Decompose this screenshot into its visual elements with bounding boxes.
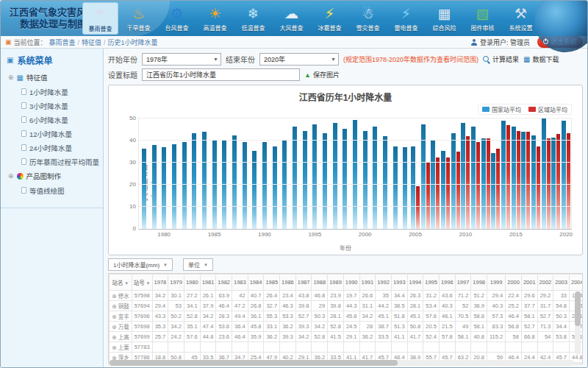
- calculate-button[interactable]: 计算结果: [483, 54, 519, 64]
- bar-group-1981: [169, 118, 179, 229]
- bar-group-2016: [521, 118, 531, 229]
- bar-group-2005: [410, 118, 420, 229]
- column-header-year[interactable]: 1986: [280, 275, 296, 291]
- tree-item-rain-12h[interactable]: 12小时降水量: [1, 127, 103, 141]
- x-axis-label: 年份: [109, 244, 582, 252]
- regional-bar: [466, 136, 470, 229]
- bar-group-2002: [380, 118, 390, 229]
- value-cell: 34.2: [295, 332, 312, 342]
- column-header-year[interactable]: 1997: [455, 275, 471, 291]
- national-bar: [243, 142, 247, 230]
- chevron-down-icon: ▼: [213, 57, 218, 62]
- value-cell: 40.7: [248, 291, 264, 301]
- toolbar-button-high-temp[interactable]: ☀高温普查: [197, 2, 233, 35]
- toolbar-button-gale[interactable]: ☁大风普查: [273, 2, 309, 35]
- element-filter-select[interactable]: 1小时降水量(mm)▼: [108, 258, 173, 271]
- column-header-year[interactable]: 1984: [248, 275, 264, 291]
- tree-item-rain-3h[interactable]: 3小时降水量: [1, 99, 103, 113]
- bar-group-1986: [219, 118, 229, 229]
- value-cell: 53.6: [216, 322, 232, 332]
- column-header-year[interactable]: 1992: [376, 275, 392, 291]
- column-header-year[interactable]: 1983: [232, 275, 248, 291]
- save-image-button[interactable]: ▲ 保存图片: [304, 70, 340, 79]
- column-header-year[interactable]: 1989: [328, 275, 344, 291]
- column-header-year[interactable]: 1979: [168, 275, 184, 291]
- column-header-year[interactable]: 1993: [391, 275, 407, 291]
- bar-group-2001: [370, 118, 380, 229]
- search-icon: [483, 56, 490, 63]
- toolbar-button-lightning[interactable]: ⚡雷电普查: [388, 2, 424, 35]
- value-cell: 37.7: [521, 301, 537, 311]
- legend-item[interactable]: 国家站平均: [482, 105, 521, 113]
- column-header-year[interactable]: 1978: [152, 275, 168, 291]
- tree-item-contour-map[interactable]: 等值线绘图: [1, 183, 103, 197]
- column-header-year[interactable]: 1980: [184, 275, 200, 291]
- column-header-station[interactable]: 站名 ▼: [110, 275, 132, 291]
- toolbar-button-hail[interactable]: ⚡冰雹普查: [312, 2, 348, 35]
- column-header-year[interactable]: 1998: [471, 275, 487, 291]
- column-header-year[interactable]: 1999: [487, 275, 506, 291]
- column-header-year[interactable]: 1991: [359, 275, 376, 291]
- value-cell: 45.8: [343, 311, 359, 322]
- tree-node-feature-values[interactable]: ⊕▦特征值: [1, 70, 103, 85]
- toolbar-button-map-review[interactable]: ▧图件审核: [465, 2, 501, 35]
- national-bar: [551, 138, 556, 230]
- value-cell: 34.2: [168, 322, 184, 332]
- row-expand-icon[interactable]: ⊕: [112, 324, 117, 330]
- column-header-year[interactable]: 1988: [312, 275, 328, 291]
- toolbar-button-snow[interactable]: ☃雪灾普查: [350, 2, 386, 35]
- column-header-year[interactable]: 1990: [343, 275, 359, 291]
- end-year-select[interactable]: 2020年▼: [259, 53, 339, 66]
- breadcrumb-item[interactable]: 暴雨普查: [49, 39, 76, 46]
- value-cell: 47.4: [200, 322, 216, 332]
- download-button[interactable]: ▦ 数据下载: [523, 54, 559, 64]
- tree-node-product-map[interactable]: ⊕产品图制作: [1, 169, 103, 183]
- expand-icon[interactable]: ⊕: [8, 74, 14, 81]
- tree-item-rain-process-avg[interactable]: 历年暴雨过程平均雨量: [1, 155, 103, 169]
- row-expand-icon[interactable]: ⊕: [112, 303, 117, 310]
- column-header-year[interactable]: 1994: [407, 275, 423, 291]
- row-expand-icon[interactable]: ⊕: [112, 314, 117, 320]
- toolbar-label: 干旱普查: [127, 24, 151, 32]
- column-header-year[interactable]: 2002: [537, 275, 553, 291]
- toolbar-button-system-settings[interactable]: ⚒系统设置: [503, 2, 539, 35]
- regional-bar: [567, 133, 570, 230]
- value-cell: 51.8: [391, 311, 407, 322]
- row-expand-icon[interactable]: ⊕: [112, 334, 117, 341]
- toolbar-button-typhoon[interactable]: ⚙台风普查: [159, 2, 195, 35]
- column-header-year[interactable]: 2000: [506, 275, 522, 291]
- vertical-scrollbar[interactable]: [575, 291, 581, 355]
- chart-title-input[interactable]: [142, 68, 300, 81]
- column-header-year[interactable]: 1987: [295, 275, 312, 291]
- column-header-code[interactable]: 站号 ▼: [132, 275, 152, 291]
- expand-icon[interactable]: ⊕: [8, 172, 14, 180]
- column-header-year[interactable]: 1981: [200, 275, 216, 291]
- value-cell: 29: [312, 301, 328, 311]
- tree-item-rain-6h[interactable]: 6小时降水量: [1, 113, 103, 127]
- column-header-year[interactable]: 2003: [553, 275, 570, 291]
- value-cell: 40.8: [471, 332, 487, 342]
- range-note: (规定范围1978-2020年数据作为查看时间范围): [343, 54, 478, 64]
- column-header-year[interactable]: 1985: [264, 275, 280, 291]
- breadcrumb-item[interactable]: 历史1小时降水量: [108, 39, 158, 46]
- station-name-cell: ⊕上高: [110, 332, 132, 342]
- unit-filter-select[interactable]: 单位▼: [183, 258, 213, 271]
- tree-item-rain-1h[interactable]: 1小时降水量: [1, 85, 103, 99]
- column-header-year[interactable]: 1996: [439, 275, 455, 291]
- column-header-year[interactable]: 1995: [423, 275, 440, 291]
- column-header-year[interactable]: 1982: [216, 275, 232, 291]
- row-expand-icon[interactable]: ⊕: [112, 344, 117, 351]
- legend-item[interactable]: 区域站平均: [528, 105, 567, 113]
- bar-group-1984: [199, 118, 209, 229]
- toolbar-button-comprehensive-risk[interactable]: ▦综合风险: [426, 2, 462, 35]
- toolbar-button-rainstorm[interactable]: ☂暴雨普查: [82, 2, 118, 35]
- column-header-year[interactable]: 2001: [521, 275, 537, 291]
- horizontal-scrollbar[interactable]: [110, 360, 574, 366]
- column-header-year[interactable]: 2004: [569, 275, 583, 291]
- row-expand-icon[interactable]: ⊕: [112, 293, 117, 300]
- toolbar-button-low-temp[interactable]: ❄低温普查: [235, 2, 271, 35]
- start-year-select[interactable]: 1978年▼: [142, 53, 221, 66]
- tree-item-rain-24h[interactable]: 24小时降水量: [1, 141, 103, 155]
- toolbar-button-drought[interactable]: ♨干旱普查: [121, 2, 157, 35]
- breadcrumb-item[interactable]: 特征值: [82, 39, 101, 46]
